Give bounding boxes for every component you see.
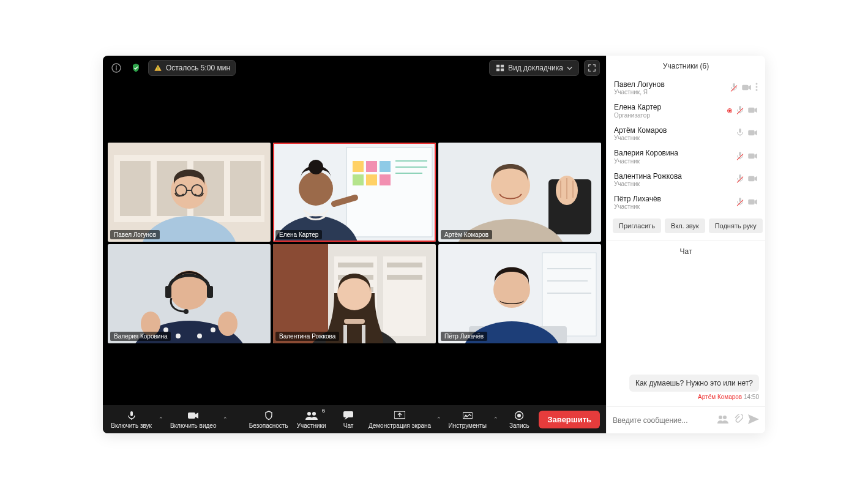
tile-name: Павел Логунов bbox=[110, 230, 160, 239]
video-chevron-icon[interactable]: ⌃ bbox=[222, 416, 229, 422]
share-label: Демонстрация экрана bbox=[369, 422, 431, 429]
recording-icon bbox=[727, 108, 732, 113]
svg-rect-92 bbox=[739, 152, 741, 156]
svg-rect-77 bbox=[343, 411, 353, 417]
svg-rect-89 bbox=[748, 108, 754, 113]
video-area: Осталось 5:00 мин Вид докладчика bbox=[103, 56, 606, 433]
tile-name: Валентина Рожкова bbox=[275, 332, 339, 341]
mic-status-icon bbox=[736, 197, 744, 208]
invite-button[interactable]: Пригласить bbox=[613, 218, 661, 233]
tile-name: Елена Картер bbox=[275, 230, 322, 239]
svg-rect-23 bbox=[366, 161, 377, 172]
participant-role: Участник bbox=[614, 181, 731, 187]
participant-role: Участник bbox=[614, 203, 731, 210]
time-remaining-text: Осталось 5:00 мин bbox=[166, 64, 230, 72]
view-mode-label: Вид докладчика bbox=[508, 64, 563, 72]
info-icon[interactable] bbox=[109, 61, 124, 75]
video-tile[interactable]: Елена Картер bbox=[273, 143, 436, 242]
svg-point-98 bbox=[719, 416, 722, 419]
participant-role: Участник bbox=[614, 158, 731, 165]
chat-messages: Как думаешь? Нужно это или нет? Артём Ко… bbox=[607, 262, 765, 406]
participant-name: Валентина Рожкова bbox=[614, 172, 731, 181]
chevron-down-icon bbox=[567, 65, 572, 71]
shield-outline-icon bbox=[264, 410, 274, 421]
people-icon bbox=[305, 410, 318, 421]
fullscreen-button[interactable] bbox=[584, 60, 600, 76]
view-mode-button[interactable]: Вид докладчика bbox=[489, 60, 579, 76]
svg-point-47 bbox=[211, 327, 215, 332]
svg-rect-93 bbox=[748, 154, 754, 159]
mic-status-icon bbox=[736, 151, 744, 162]
svg-rect-95 bbox=[748, 176, 754, 182]
svg-rect-11 bbox=[120, 161, 151, 216]
tile-name: Артём Комаров bbox=[441, 230, 492, 239]
security-button[interactable]: Безопасность bbox=[247, 409, 290, 430]
more-icon[interactable] bbox=[755, 83, 758, 94]
svg-point-53 bbox=[218, 312, 238, 336]
audio-label: Включить звук bbox=[111, 422, 152, 429]
share-button[interactable]: Демонстрация экрана bbox=[368, 409, 432, 430]
video-tile[interactable]: Павел Логунов bbox=[108, 143, 271, 242]
participants-button[interactable]: 6 Участники bbox=[294, 409, 329, 430]
camera-status-icon bbox=[748, 105, 758, 116]
video-tile[interactable]: Валерия Коровина bbox=[108, 244, 271, 343]
video-button[interactable]: Включить видео bbox=[168, 409, 218, 430]
svg-rect-27 bbox=[380, 174, 391, 185]
end-call-button[interactable]: Завершить bbox=[539, 411, 600, 428]
participants-count: 6 bbox=[322, 408, 325, 414]
attach-icon[interactable] bbox=[733, 414, 743, 427]
participants-list: Павел ЛогуновУчастник, ЯЕлена КартерОрга… bbox=[607, 77, 765, 214]
tools-chevron-icon[interactable]: ⌃ bbox=[492, 416, 499, 422]
unmute-button[interactable]: Вкл. звук bbox=[665, 218, 705, 233]
svg-rect-3 bbox=[157, 67, 158, 69]
participant-role: Участник bbox=[614, 135, 731, 141]
participant-row[interactable]: Валерия КоровинаУчастник bbox=[614, 145, 758, 168]
audio-chevron-icon[interactable]: ⌃ bbox=[157, 416, 165, 422]
svg-rect-22 bbox=[353, 161, 364, 172]
tools-button[interactable]: Инструменты bbox=[446, 409, 489, 430]
svg-rect-73 bbox=[130, 411, 133, 416]
svg-rect-7 bbox=[496, 69, 499, 71]
participant-row[interactable]: Елена КартерОрганизатор bbox=[614, 99, 758, 122]
mic-status-icon bbox=[736, 174, 744, 185]
participants-label: Участники bbox=[297, 422, 326, 429]
top-bar: Осталось 5:00 мин Вид докладчика bbox=[103, 56, 606, 80]
camera-status-icon bbox=[748, 174, 758, 185]
svg-rect-2 bbox=[116, 67, 116, 70]
chat-message: Как думаешь? Нужно это или нет? bbox=[629, 375, 759, 392]
participant-row[interactable]: Валентина РожковаУчастник bbox=[614, 168, 758, 191]
video-tile[interactable]: Валентина Рожкова bbox=[273, 244, 436, 343]
side-panel: Участники (6) Павел ЛогуновУчастник, ЯЕл… bbox=[606, 56, 765, 433]
mention-icon[interactable] bbox=[717, 415, 728, 426]
svg-point-4 bbox=[157, 69, 159, 70]
shield-icon[interactable] bbox=[129, 61, 143, 75]
svg-rect-88 bbox=[739, 106, 741, 110]
participant-name: Валерия Коровина bbox=[614, 149, 731, 157]
svg-rect-74 bbox=[188, 412, 195, 419]
svg-rect-84 bbox=[742, 84, 748, 90]
share-chevron-icon[interactable]: ⌃ bbox=[435, 416, 443, 422]
participant-icons bbox=[730, 83, 758, 94]
send-icon[interactable] bbox=[748, 414, 759, 427]
svg-point-87 bbox=[756, 89, 758, 91]
participant-actions: Пригласить Вкл. звук Поднять руку bbox=[607, 214, 765, 238]
record-label: Запись bbox=[509, 422, 529, 429]
participant-row[interactable]: Пётр ЛихачёвУчастник bbox=[614, 191, 758, 214]
raise-hand-button[interactable]: Поднять руку bbox=[709, 218, 763, 233]
participant-row[interactable]: Артём КомаровУчастник bbox=[614, 122, 758, 145]
chat-input[interactable] bbox=[613, 416, 713, 425]
video-tile[interactable]: Пётр Лихачёв bbox=[438, 244, 601, 343]
chat-time: 14:50 bbox=[744, 394, 759, 400]
svg-rect-49 bbox=[165, 286, 171, 298]
participant-row[interactable]: Павел ЛогуновУчастник, Я bbox=[614, 77, 758, 99]
video-tile[interactable]: Артём Комаров bbox=[438, 143, 601, 242]
mic-icon bbox=[127, 410, 137, 421]
tools-label: Инструменты bbox=[448, 422, 486, 429]
svg-rect-55 bbox=[273, 244, 328, 343]
svg-rect-5 bbox=[496, 65, 499, 67]
chat-button[interactable]: Чат bbox=[332, 409, 364, 430]
audio-button[interactable]: Включить звук bbox=[109, 409, 154, 430]
record-button[interactable]: Запись bbox=[503, 409, 535, 430]
svg-rect-96 bbox=[739, 198, 741, 202]
chat-input-row bbox=[607, 406, 765, 433]
